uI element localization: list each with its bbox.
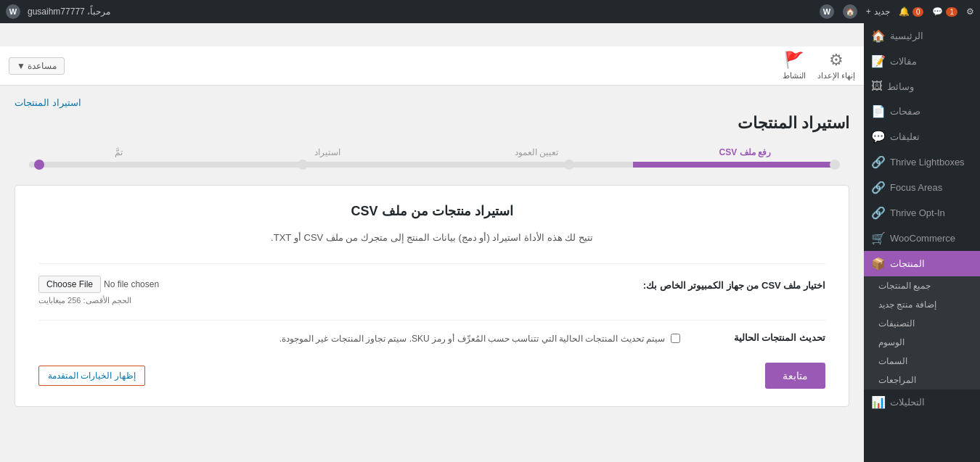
page-title: استيراد المنتجات: [15, 114, 849, 133]
step-dot-3: [564, 160, 574, 170]
card-desc: تتيح لك هذه الأداة استيراد (أو دمج) بيان…: [38, 231, 825, 246]
adminbar-greeting: مرحباً، gusaihm77777: [28, 7, 110, 17]
pages-icon: 📄: [871, 104, 886, 118]
advanced-options-button[interactable]: إظهار الخيارات المتقدمة: [38, 366, 145, 386]
admin-bar: W 🏠 + جديد 🔔 0 💬 1 ⚙ مرحباً، gusaihm7777…: [0, 0, 980, 23]
comment-count: 1: [946, 7, 957, 17]
help-button[interactable]: مساعدة ▼: [9, 57, 65, 75]
sidebar-item-thrive-lightboxes[interactable]: Thrive Lightboxes 🔗: [864, 149, 980, 175]
adminbar-left: مرحباً، gusaihm77777 W: [6, 4, 110, 19]
sidebar-item-analytics[interactable]: التحليلات 📊: [864, 389, 980, 415]
submenu-tags[interactable]: الوسوم: [864, 333, 980, 352]
checkbox-group: سيتم تحديث المنتجات الحالية التي تتناسب …: [38, 332, 680, 345]
adminbar-right: W 🏠 + جديد 🔔 0 💬 1 ⚙: [820, 4, 974, 19]
pages-label: صفحات: [890, 106, 920, 117]
home-icon: 🏠: [871, 29, 886, 43]
comments-icon: 💬: [871, 130, 886, 144]
submenu-categories[interactable]: التصنيفات: [864, 314, 980, 333]
adminbar-new[interactable]: + جديد: [866, 7, 890, 17]
step-label-4: تمَّ: [15, 147, 224, 157]
sidebar-item-posts[interactable]: مقالات 📝: [864, 49, 980, 74]
sidebar-item-home[interactable]: الرئيسية 🏠: [864, 23, 980, 49]
media-label: وسائط: [887, 81, 914, 92]
comments-label: تعليقات: [890, 131, 920, 142]
import-card: استيراد منتجات من ملف CSV تتيح لك هذه ال…: [15, 185, 849, 407]
thrive-lb-icon: 🔗: [871, 155, 886, 169]
file-hint: الحجم الأقصى: 256 ميغابايت: [38, 296, 131, 305]
finish-setup-label: إنهاء الإعداد: [817, 71, 855, 81]
sidebar-item-comments[interactable]: تعليقات 💬: [864, 124, 980, 149]
update-checkbox[interactable]: [671, 334, 680, 343]
update-label: تحديث المنتجات الحالية: [695, 332, 825, 343]
help-label: مساعدة ▼: [17, 61, 57, 71]
finish-setup-icon: ⚙: [829, 51, 844, 70]
file-input-wrapper: Choose File No file chosen: [38, 276, 159, 293]
home-label: الرئيسية: [890, 30, 923, 41]
gear-icon: ⚙: [966, 7, 974, 17]
adminbar-new-label: جديد: [874, 7, 890, 17]
update-existing-row: تحديث المنتجات الحالية سيتم تحديث المنتج…: [38, 332, 825, 345]
adminbar-settings[interactable]: ⚙: [966, 7, 974, 17]
card-title: استيراد منتجات من ملف CSV: [38, 203, 825, 219]
form-divider: [38, 263, 825, 264]
submenu-attributes[interactable]: السمات: [864, 352, 980, 371]
analytics-label: التحليلات: [890, 397, 925, 408]
thrive-optin-icon: 🔗: [871, 206, 886, 220]
form-divider-2: [38, 320, 825, 321]
focus-areas-label: Focus Areas: [890, 182, 942, 193]
woo-icon: 🛒: [871, 231, 886, 245]
media-icon: 🖼: [871, 80, 883, 93]
step-label-3: استيراد: [224, 147, 433, 157]
no-file-text: No file chosen: [104, 279, 159, 289]
focus-areas-icon: 🔗: [871, 181, 886, 194]
activity-button[interactable]: 🚩 النشاط: [783, 51, 806, 81]
comment-icon: 💬: [932, 7, 943, 17]
checkbox-desc: سيتم تحديث المنتجات الحالية التي تتناسب …: [279, 332, 665, 345]
posts-label: مقالات: [890, 56, 917, 67]
breadcrumb: استيراد المنتجات: [15, 97, 849, 108]
adminbar-comments[interactable]: 💬 1: [932, 7, 957, 17]
file-label: اختيار ملف CSV من جهاز الكمبيوتر الخاص ب…: [643, 276, 825, 291]
submenu-reviews[interactable]: المراجعات: [864, 371, 980, 389]
choose-file-button[interactable]: Choose File: [38, 276, 101, 293]
products-label: المنتجات: [890, 258, 925, 269]
breadcrumb-link[interactable]: استيراد المنتجات: [15, 97, 81, 108]
site-logo-icon[interactable]: 🏠: [843, 4, 857, 19]
activity-icon: 🚩: [784, 51, 804, 70]
thrive-optin-label: Thrive Opt-In: [890, 207, 945, 218]
steps-labels: رفع ملف CSV تعيين العمود استيراد تمَّ: [15, 147, 849, 157]
activity-label: النشاط: [783, 71, 806, 81]
sidebar-item-woocommerce[interactable]: WooCommerce 🛒: [864, 226, 980, 251]
steps-track-fill: [29, 162, 835, 168]
sidebar-item-pages[interactable]: صفحات 📄: [864, 99, 980, 124]
progress-steps: رفع ملف CSV تعيين العمود استيراد تمَّ: [15, 147, 849, 168]
submenu-all-products[interactable]: جميع المنتجات: [864, 276, 980, 295]
sidebar: الرئيسية 🏠 مقالات 📝 وسائط 🖼 صفحات 📄 تعلي…: [864, 23, 980, 462]
analytics-icon: 📊: [871, 395, 886, 409]
file-upload-row: اختيار ملف CSV من جهاز الكمبيوتر الخاص ب…: [38, 276, 825, 305]
thrive-lb-label: Thrive Lightboxes: [890, 157, 965, 168]
continue-button[interactable]: متابعة: [765, 363, 825, 389]
finish-setup-button[interactable]: ⚙ إنهاء الإعداد: [817, 51, 855, 81]
step-dot-4: [830, 160, 840, 170]
products-submenu: جميع المنتجات إضافة منتج جديد التصنيفات …: [864, 276, 980, 389]
notification-count: 0: [912, 7, 924, 17]
main-wrapper: ⚙ إنهاء الإعداد 🚩 النشاط مساعدة ▼ استيرا…: [0, 46, 864, 462]
toolbar: ⚙ إنهاء الإعداد 🚩 النشاط مساعدة ▼: [0, 46, 864, 86]
file-control-group: Choose File No file chosen الحجم الأقصى:…: [38, 276, 629, 305]
step-dot-2: [298, 160, 308, 170]
sidebar-item-media[interactable]: وسائط 🖼: [864, 74, 980, 99]
sidebar-item-focus-areas[interactable]: Focus Areas 🔗: [864, 175, 980, 200]
plus-icon: +: [866, 7, 871, 17]
wp-logo-icon[interactable]: W: [820, 4, 834, 19]
posts-icon: 📝: [871, 54, 886, 68]
adminbar-notifications[interactable]: 🔔 0: [899, 7, 924, 17]
wp-icon[interactable]: W: [6, 4, 20, 19]
sidebar-item-thrive-optin[interactable]: Thrive Opt-In 🔗: [864, 200, 980, 226]
woo-label: WooCommerce: [890, 233, 955, 244]
step-label-1: رفع ملف CSV: [641, 147, 850, 157]
sidebar-item-products[interactable]: المنتجات 📦: [864, 251, 980, 276]
submenu-add-product[interactable]: إضافة منتج جديد: [864, 295, 980, 314]
card-footer: متابعة إظهار الخيارات المتقدمة: [38, 363, 825, 389]
bell-icon: 🔔: [899, 7, 910, 17]
